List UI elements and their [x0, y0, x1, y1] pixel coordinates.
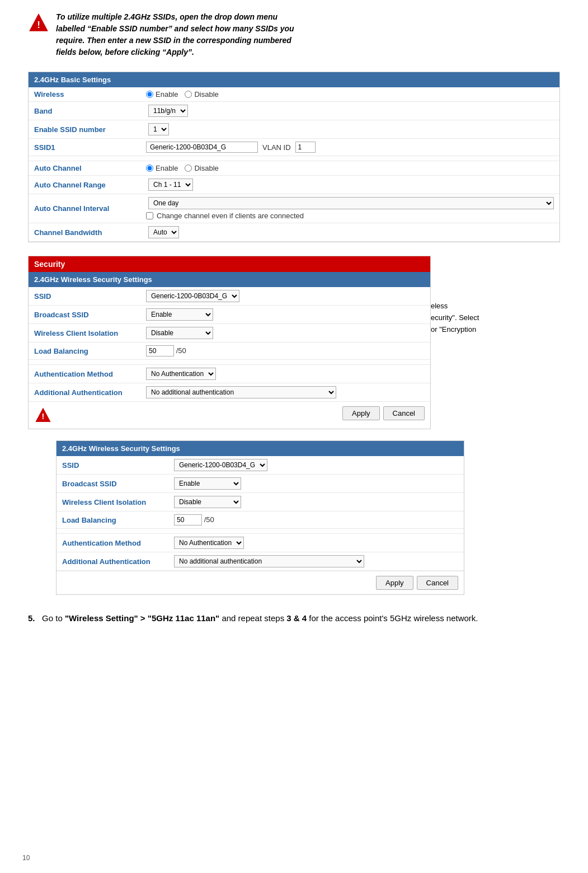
step5-number: 5.	[28, 613, 35, 623]
sec2-auth-method-select[interactable]: No Authentication	[174, 537, 244, 549]
sec2-buttons: Apply Cancel	[57, 571, 464, 594]
side-text-line3: or "Encryption	[431, 325, 476, 334]
auto-channel-interval-row: Auto Channel Interval One day Change cha…	[29, 194, 559, 223]
sec-client-isolation-select[interactable]: Disable	[146, 327, 213, 339]
sec2-cancel-button[interactable]: Cancel	[417, 576, 458, 590]
sec-broadcast-row: Broadcast SSID Enable	[29, 306, 430, 324]
wireless-disable-radio[interactable]	[185, 91, 192, 98]
auto-channel-radio-group: Enable Disable	[146, 164, 554, 172]
change-channel-checkbox-row: Change channel even if clients are conne…	[146, 212, 554, 220]
sec2-client-isolation-select[interactable]: Disable	[174, 496, 241, 508]
sec-cancel-button[interactable]: Cancel	[383, 406, 425, 420]
band-select[interactable]: 11b/g/n	[148, 105, 188, 117]
sec-auth-method-select[interactable]: No Authentication	[146, 368, 216, 380]
sec2-apply-button[interactable]: Apply	[376, 576, 413, 590]
sec-client-isolation-row: Wireless Client Isolation Disable	[29, 324, 430, 342]
enable-ssid-label: Enable SSID number	[29, 120, 140, 139]
wireless-label: Wireless	[29, 87, 140, 102]
security-panel: Security 2.4GHz Wireless Security Settin…	[28, 256, 431, 429]
sec2-auth-method-label: Authentication Method	[57, 534, 168, 552]
enable-ssid-row: Enable SSID number 1 2 3 4	[29, 120, 559, 139]
sec2-broadcast-select[interactable]: Enable	[174, 477, 241, 490]
change-channel-checkbox[interactable]	[146, 212, 153, 219]
sec-load-input[interactable]	[146, 345, 174, 356]
second-security-wrap: 2.4GHz Wireless Security Settings SSID G…	[56, 440, 464, 595]
sec2-broadcast-label: Broadcast SSID	[57, 475, 168, 493]
auto-channel-enable-radio[interactable]	[146, 165, 153, 172]
sec-broadcast-label: Broadcast SSID	[29, 306, 140, 324]
auto-channel-disable-radio[interactable]	[185, 165, 192, 172]
sec-load-balancing-label: Load Balancing	[29, 342, 140, 360]
change-channel-label: Change channel even if clients are conne…	[157, 212, 304, 220]
basic-settings-table: Wireless Enable Disable Band 11b/g/n Ena…	[29, 87, 559, 242]
sec-client-isolation-label: Wireless Client Isolation	[29, 324, 140, 342]
auto-channel-range-label: Auto Channel Range	[29, 176, 140, 194]
auto-channel-row: Auto Channel Enable Disable	[29, 161, 559, 176]
load-slash: /50	[176, 346, 186, 355]
sec-divider-1	[29, 360, 430, 365]
auto-channel-disable-label[interactable]: Disable	[185, 164, 218, 172]
side-text-block: eless ecurity". Select or "Encryption	[431, 301, 566, 335]
side-text-line1: eless	[431, 302, 448, 310]
sec2-ssid-select[interactable]: Generic-1200-0B03D4_G	[174, 459, 267, 471]
sec2-load-balancing-label: Load Balancing	[57, 511, 168, 529]
sec2-auth-method-row: Authentication Method No Authentication	[57, 534, 464, 552]
sec-ssid-label: SSID	[29, 287, 140, 306]
sec-apply-button[interactable]: Apply	[342, 406, 380, 420]
warning-icon-small: !	[34, 406, 52, 424]
sec2-broadcast-row: Broadcast SSID Enable	[57, 475, 464, 493]
ssid-number-select[interactable]: 1 2 3 4	[148, 123, 169, 135]
sec-load-balancing-row: Load Balancing /50	[29, 342, 430, 360]
sec-additional-auth-select[interactable]: No additional authentication	[146, 386, 336, 398]
small-warning-block: ! Apply Cancel	[29, 402, 430, 429]
ssid1-row: SSID1 VLAN ID	[29, 139, 559, 156]
step5-bold1: "Wireless Setting" > "5GHz 11ac 11an"	[65, 613, 219, 623]
sec2-additional-auth-select[interactable]: No additional authentication	[174, 555, 364, 567]
wireless-enable-label[interactable]: Enable	[146, 90, 178, 98]
channel-bandwidth-row: Channel Bandwidth Auto	[29, 223, 559, 242]
auto-channel-range-select[interactable]: Ch 1 - 11	[148, 179, 193, 191]
vlan-id-input[interactable]	[295, 142, 316, 153]
sec2-client-isolation-row: Wireless Client Isolation Disable	[57, 493, 464, 511]
step5-block: 5. Go to "Wireless Setting" > "5GHz 11ac…	[22, 612, 566, 625]
auto-channel-range-row: Auto Channel Range Ch 1 - 11	[29, 176, 559, 194]
step5-bold2: 3 & 4	[286, 613, 307, 623]
ssid1-label: SSID1	[29, 139, 140, 156]
sec-broadcast-select[interactable]: Enable	[146, 308, 213, 321]
sec2-additional-auth-row: Additional Authentication No additional …	[57, 552, 464, 571]
sec-additional-auth-row: Additional Authentication No additional …	[29, 383, 430, 402]
band-label: Band	[29, 102, 140, 120]
security-inner-header: 2.4GHz Wireless Security Settings	[29, 272, 430, 287]
wireless-radio-group: Enable Disable	[146, 90, 554, 98]
sec-auth-method-row: Authentication Method No Authentication	[29, 365, 430, 383]
sec2-load-balancing-row: Load Balancing /50	[57, 511, 464, 529]
channel-bandwidth-label: Channel Bandwidth	[29, 223, 140, 242]
security-section: Security 2.4GHz Wireless Security Settin…	[22, 256, 566, 429]
sec-auth-method-label: Authentication Method	[29, 365, 140, 383]
second-security-panel: 2.4GHz Wireless Security Settings SSID G…	[56, 440, 464, 595]
warning-icon-top: !	[28, 12, 49, 34]
auto-channel-enable-label[interactable]: Enable	[146, 164, 178, 172]
security-table-top: SSID Generic-1200-0B03D4_G Broadcast SSI…	[29, 287, 430, 402]
channel-bandwidth-select[interactable]: Auto	[148, 226, 179, 238]
step5-text: Go to "Wireless Setting" > "5GHz 11ac 11…	[42, 613, 478, 623]
basic-settings-panel: 2.4GHz Basic Settings Wireless Enable Di…	[28, 72, 560, 242]
second-security-table: SSID Generic-1200-0B03D4_G Broadcast SSI…	[57, 456, 464, 571]
sec2-divider	[57, 529, 464, 534]
side-text-line2: ecurity". Select	[431, 313, 479, 322]
band-row: Band 11b/g/n	[29, 102, 559, 120]
vlan-id-label: VLAN ID	[262, 143, 291, 152]
sec-additional-auth-label: Additional Authentication	[29, 383, 140, 402]
auto-channel-interval-select[interactable]: One day	[148, 197, 554, 209]
auto-channel-label: Auto Channel	[29, 161, 140, 176]
sec2-load-input[interactable]	[174, 514, 202, 525]
wireless-disable-label[interactable]: Disable	[185, 90, 218, 98]
wireless-row: Wireless Enable Disable	[29, 87, 559, 102]
svg-text:!: !	[42, 412, 45, 421]
sec2-ssid-row: SSID Generic-1200-0B03D4_G	[57, 456, 464, 475]
ssid1-input[interactable]	[146, 142, 258, 153]
top-warning-text: To utilize multiple 2.4GHz SSIDs, open t…	[56, 11, 294, 58]
sec2-ssid-label: SSID	[57, 456, 168, 475]
wireless-enable-radio[interactable]	[146, 91, 153, 98]
sec-ssid-select[interactable]: Generic-1200-0B03D4_G	[146, 290, 239, 302]
